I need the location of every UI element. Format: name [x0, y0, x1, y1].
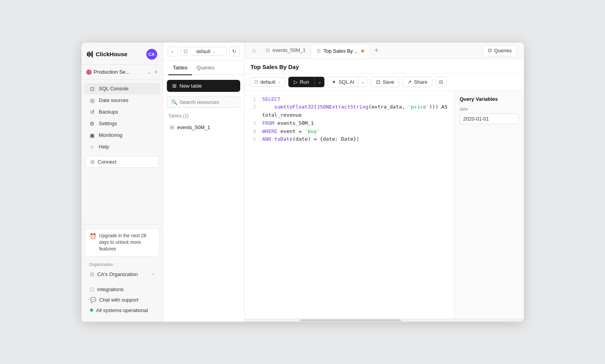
- database-selector[interactable]: ⊡ default ⌄: [180, 47, 227, 56]
- service-add-button[interactable]: +: [154, 69, 158, 76]
- avatar[interactable]: CA: [146, 49, 157, 60]
- org-label: Organization: [87, 262, 157, 267]
- org-chevron-icon: ›: [153, 271, 154, 277]
- sidebar-item-backups[interactable]: ↺ Backups: [84, 106, 160, 118]
- connect-icon: ⊞: [90, 159, 95, 165]
- org-icon: ⊟: [90, 271, 94, 277]
- queries-label: Queries: [494, 48, 512, 53]
- chat-support-link[interactable]: 💬 Chat with support: [87, 295, 157, 305]
- tab-queries[interactable]: Queries: [192, 61, 219, 75]
- settings-icon: ⚙: [89, 121, 95, 127]
- service-name: Production Se...: [94, 69, 145, 75]
- main-area: ⌂ ⊡ events_50M_1 ⊡ Top Sales By ... + ⊡ …: [244, 43, 524, 322]
- archive-icon: ↺: [89, 109, 95, 115]
- connect-label: Connect: [98, 159, 116, 165]
- integrations-label: Integrations: [97, 286, 124, 292]
- query-db-selector[interactable]: ⊡ default ⌄: [250, 77, 285, 87]
- table-plus-icon: ⊞: [172, 83, 177, 89]
- sidebar-nav: ⊡ SQL Console ◎ Data sources ↺ Backups ⚙…: [81, 80, 163, 224]
- sparkle-icon: ✦: [332, 79, 336, 85]
- share-label: Share: [414, 79, 428, 85]
- sql-ai-button[interactable]: ✦ SQL AI: [328, 77, 359, 87]
- code-line-4: 4 WHERE event = 'buy': [251, 128, 448, 136]
- query-tab-icon: ⊡: [317, 48, 321, 53]
- save-label: Save: [383, 79, 394, 85]
- share-button[interactable]: ↗ Share: [402, 77, 433, 87]
- sidebar-label-settings: Settings: [99, 121, 117, 126]
- back-button[interactable]: ‹: [168, 47, 178, 57]
- run-dropdown-button[interactable]: ⌄: [314, 77, 324, 87]
- code-line-1: 1 SELECT: [251, 95, 448, 104]
- qv-title: Query Variables: [460, 96, 518, 102]
- more-options-button[interactable]: ⊟: [435, 77, 447, 87]
- code-line-2: 2 sum(toFloat32(JSONExtractString(extra_…: [251, 103, 448, 119]
- run-button[interactable]: ▷ Run: [288, 77, 315, 87]
- new-table-button[interactable]: ⊞ New table: [167, 80, 240, 92]
- queries-button[interactable]: ⊡ Queries: [483, 45, 517, 56]
- connect-button[interactable]: ⊞ Connect: [85, 156, 159, 168]
- qv-date-input[interactable]: [460, 114, 518, 124]
- help-icon: ○: [89, 144, 95, 150]
- sidebar-label-sql-console: SQL Console: [99, 86, 129, 91]
- middle-toolbar: ‹ ⊡ default ⌄ ↻: [163, 43, 244, 61]
- sidebar: ClickHouse CA Production Se... ⌄ + ⊡ SQL…: [81, 43, 163, 322]
- org-section: Organization ⊟ CA's Organization ›: [85, 260, 159, 283]
- sidebar-item-monitoring[interactable]: ▣ Monitoring: [84, 129, 160, 141]
- db-chevron-icon: ⌄: [213, 49, 223, 53]
- search-input[interactable]: [180, 99, 245, 105]
- sidebar-label-data-sources: Data sources: [99, 97, 129, 103]
- service-chevron-icon: ⌄: [147, 69, 151, 75]
- chat-icon: 💬: [90, 297, 96, 303]
- status-link[interactable]: All systems operational: [87, 305, 157, 316]
- new-table-label: New table: [180, 83, 202, 89]
- tab-tables[interactable]: Tables: [168, 61, 192, 75]
- tables-section: Tables (1) ⊞ events_50M_1: [163, 112, 244, 133]
- org-item[interactable]: ⊟ CA's Organization ›: [87, 269, 157, 279]
- table-name: events_50M_1: [177, 124, 210, 130]
- sidebar-label-monitoring: Monitoring: [99, 132, 123, 138]
- sidebar-item-settings[interactable]: ⚙ Settings: [84, 118, 160, 129]
- integrations-icon: ⬡: [90, 286, 94, 292]
- upgrade-text: Upgrade in the next 28 days to unlock mo…: [99, 233, 154, 252]
- integrations-link[interactable]: ⬡ Integrations: [87, 284, 157, 295]
- tab-events[interactable]: ⊡ events_50M_1: [260, 43, 311, 58]
- chat-support-label: Chat with support: [99, 297, 139, 303]
- qv-date-label: date: [460, 107, 518, 111]
- monitor-icon: ▣: [89, 132, 95, 138]
- tables-header: Tables (1): [167, 112, 240, 122]
- sidebar-item-sql-console[interactable]: ⊡ SQL Console: [84, 83, 160, 95]
- db-icon: ⊡: [184, 48, 194, 54]
- sidebar-item-data-sources[interactable]: ◎ Data sources: [84, 95, 160, 106]
- middle-panel: ‹ ⊡ default ⌄ ↻ Tables Queries ⊞ New tab…: [163, 43, 244, 322]
- top-sales-tab-label: Top Sales By ...: [323, 48, 358, 54]
- run-group: ▷ Run ⌄: [288, 77, 325, 87]
- save-icon: ⊡: [376, 79, 380, 85]
- home-tab[interactable]: ⌂: [248, 43, 261, 58]
- save-button[interactable]: ⊡ Save: [371, 77, 399, 87]
- run-label: Run: [300, 79, 309, 85]
- query-db-icon: ⊡: [254, 79, 258, 85]
- refresh-button[interactable]: ↻: [229, 47, 239, 57]
- sql-ai-label: SQL AI: [338, 79, 354, 85]
- scrollbar-area: [244, 319, 524, 322]
- code-line-3: 3 FROM events_50M_1: [251, 119, 448, 128]
- query-variables-panel: Query Variables date: [454, 91, 524, 319]
- code-editor[interactable]: 1 SELECT 2 sum(toFloat32(JSONExtractStri…: [244, 91, 454, 319]
- main-tabs: ⌂ ⊡ events_50M_1 ⊡ Top Sales By ... + ⊡ …: [244, 43, 524, 59]
- table-icon: ⊞: [170, 124, 174, 130]
- service-selector[interactable]: Production Se... ⌄ +: [81, 65, 163, 80]
- sidebar-item-help[interactable]: ○ Help: [84, 141, 160, 153]
- events-tab-label: events_50M_1: [272, 47, 305, 53]
- sql-ai-group: ✦ SQL AI ⌄: [328, 77, 368, 87]
- table-tab-icon: ⊡: [266, 48, 270, 53]
- sql-ai-dropdown-button[interactable]: ⌄: [359, 77, 368, 87]
- add-tab-button[interactable]: +: [370, 43, 383, 58]
- tab-top-sales[interactable]: ⊡ Top Sales By ...: [311, 44, 369, 59]
- status-label: All systems operational: [96, 307, 148, 313]
- search-icon: 🔍: [171, 99, 177, 105]
- sidebar-label-help: Help: [99, 144, 109, 150]
- table-item[interactable]: ⊞ events_50M_1: [167, 122, 240, 133]
- search-box[interactable]: 🔍: [167, 97, 240, 108]
- app-name: ClickHouse: [96, 51, 143, 57]
- scrollbar-thumb[interactable]: [300, 319, 401, 321]
